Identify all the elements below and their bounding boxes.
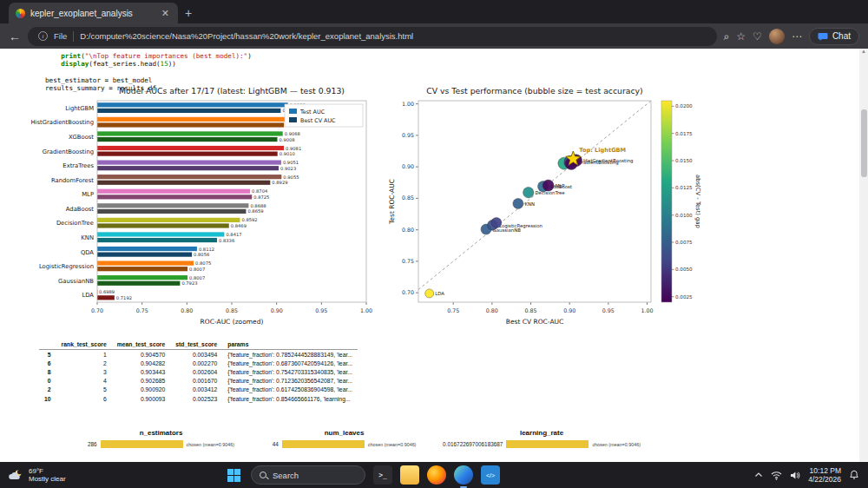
svg-text:Best CV AUC: Best CV AUC	[300, 117, 336, 124]
svg-text:0.8688: 0.8688	[250, 203, 266, 208]
svg-text:0.0175: 0.0175	[675, 131, 693, 136]
table-row: 040.9026850.001670{'feature_fraction': 0…	[39, 377, 358, 386]
svg-text:0.0025: 0.0025	[675, 294, 693, 300]
svg-text:QDA: QDA	[81, 249, 94, 256]
param-bar	[506, 440, 589, 448]
zoom-icon[interactable]: ⌕	[724, 30, 730, 43]
table-row: 620.9042820.002270{'feature_fraction': 0…	[39, 359, 358, 367]
tab-kepler-exoplanet-analysis[interactable]: kepler_exoplanet_analysis ✕	[9, 3, 178, 23]
svg-text:Model AUCs after 17/17 (latest: Model AUCs after 17/17 (latest: LightGBM…	[119, 86, 345, 96]
taskbar-app-terminal-icon[interactable]: >_	[373, 465, 392, 485]
back-button[interactable]: ←	[9, 30, 21, 43]
param-title: n_estimators	[76, 429, 246, 437]
param-note: chosen (mean=0.9046)	[187, 442, 235, 447]
svg-text:0.9081: 0.9081	[286, 146, 301, 151]
svg-text:0.8469: 0.8469	[231, 223, 247, 228]
svg-text:AdaBoost: AdaBoost	[66, 206, 95, 213]
svg-text:Top: LightGBM: Top: LightGBM	[579, 147, 626, 154]
svg-text:0.70: 0.70	[402, 289, 414, 295]
browser-essentials-icon[interactable]: ♡	[753, 30, 762, 43]
svg-text:0.9023: 0.9023	[280, 166, 296, 171]
svg-text:Test AUC: Test AUC	[299, 109, 326, 115]
svg-text:0.9068: 0.9068	[285, 131, 300, 136]
taskbar-app-vscode-icon[interactable]: </>	[481, 465, 500, 485]
taskbar-app-explorer-icon[interactable]	[400, 465, 419, 485]
tab-close-icon[interactable]: ✕	[160, 8, 171, 19]
svg-text:0.95: 0.95	[315, 307, 327, 313]
taskbar-app-firefox-icon[interactable]	[427, 465, 446, 485]
cv-vs-test-scatter-chart: CV vs Test performance (bubble size = te…	[385, 85, 701, 339]
taskbar-app-edge-icon[interactable]	[454, 465, 473, 485]
svg-text:0.9055: 0.9055	[283, 175, 299, 180]
new-tab-button[interactable]: +	[185, 6, 192, 20]
svg-text:LogisticRegression: LogisticRegression	[499, 223, 542, 229]
tray-chevron-icon[interactable]	[754, 472, 763, 478]
url-text: D:/computer%20science/Nasa%20Project/has…	[80, 31, 413, 41]
clock-date: 4/22/2026	[808, 475, 841, 484]
svg-text:0.7923: 0.7923	[181, 280, 197, 286]
svg-text:0.85: 0.85	[226, 307, 238, 313]
page-favicon-icon	[16, 9, 25, 18]
svg-text:0.75: 0.75	[136, 307, 148, 313]
svg-text:HistGradientBoosting: HistGradientBoosting	[31, 119, 95, 126]
svg-text:0.90: 0.90	[271, 307, 283, 313]
svg-text:KNN: KNN	[81, 234, 94, 241]
wifi-icon[interactable]	[771, 471, 782, 480]
svg-text:0.0075: 0.0075	[675, 240, 693, 245]
svg-text:0.8725: 0.8725	[253, 195, 269, 200]
table-row: 830.9034430.002604{'feature_fraction': 0…	[39, 367, 358, 376]
param-learning-rate: learning_rate 0.016722697006183687 chose…	[443, 429, 641, 448]
taskbar-search[interactable]: Search	[251, 465, 365, 485]
scrollbar-thumb[interactable]	[861, 109, 867, 177]
param-value: 286	[88, 441, 97, 447]
weather-widget[interactable]: 69°F Mostly clear	[0, 467, 75, 484]
svg-text:0.75: 0.75	[447, 307, 459, 313]
svg-text:0.9008: 0.9008	[279, 137, 294, 142]
svg-text:MLP: MLP	[556, 183, 566, 188]
svg-text:XGBoost: XGBoost	[69, 134, 94, 141]
favorites-star-icon[interactable]: ☆	[736, 30, 746, 43]
address-bar[interactable]: i File D:/computer%20science/Nasa%20Proj…	[28, 27, 717, 46]
notification-bell-icon[interactable]	[849, 470, 859, 480]
param-value: 0.016722697006183687	[443, 441, 503, 447]
svg-text:0.70: 0.70	[91, 307, 103, 313]
svg-text:0.8929: 0.8929	[272, 180, 287, 185]
start-button[interactable]	[224, 465, 243, 485]
svg-text:0.75: 0.75	[402, 258, 414, 264]
chat-button[interactable]: Chat	[809, 28, 859, 45]
svg-text:HistGradientBoosting: HistGradientBoosting	[583, 158, 634, 164]
svg-text:0.80: 0.80	[181, 307, 193, 313]
page-scrollbar[interactable]: ▲	[859, 49, 868, 462]
svg-text:GradientBoosting: GradientBoosting	[43, 148, 94, 155]
svg-text:0.9051: 0.9051	[283, 160, 299, 165]
page-info-icon[interactable]: i	[38, 31, 48, 41]
tab-bar: kepler_exoplanet_analysis ✕ +	[0, 0, 868, 23]
svg-text:0.0125: 0.0125	[675, 185, 693, 190]
svg-text:0.8007: 0.8007	[189, 275, 205, 280]
taskbar: 69°F Mostly clear Search >_ </>	[0, 462, 868, 488]
param-note: chosen (mean=0.9046)	[592, 442, 641, 447]
table-row: 250.9009200.003412{'feature_fraction': 0…	[39, 386, 358, 394]
table-row: 1060.9000930.002523{'feature_fraction': …	[39, 394, 358, 403]
param-value: 44	[273, 441, 279, 447]
svg-text:0.8659: 0.8659	[247, 208, 263, 214]
svg-text:0.85: 0.85	[402, 195, 414, 201]
results-table: rank_test_scoremean_test_scorestd_test_s…	[39, 340, 358, 403]
svg-text:0.8056: 0.8056	[194, 252, 209, 257]
svg-text:0.0050: 0.0050	[675, 267, 693, 272]
chat-bubble-icon	[818, 31, 828, 42]
settings-menu-icon[interactable]: ⋯	[792, 30, 802, 43]
svg-text:0.95: 0.95	[602, 307, 615, 313]
svg-text:0.90: 0.90	[402, 163, 414, 169]
table-row: 510.9045700.003494{'feature_fraction': 0…	[39, 350, 358, 359]
profile-avatar[interactable]	[769, 29, 785, 44]
search-label: Search	[273, 471, 299, 480]
svg-text:ExtraTrees: ExtraTrees	[62, 162, 94, 169]
svg-text:0.0200: 0.0200	[675, 103, 693, 109]
svg-text:LDA: LDA	[435, 291, 444, 296]
taskbar-clock[interactable]: 10:12 PM 4/22/2026	[808, 466, 841, 484]
volume-icon[interactable]	[790, 471, 800, 480]
svg-text:0.0100: 0.0100	[675, 213, 693, 218]
svg-text:0.6989: 0.6989	[99, 289, 115, 294]
param-bar	[101, 440, 183, 448]
